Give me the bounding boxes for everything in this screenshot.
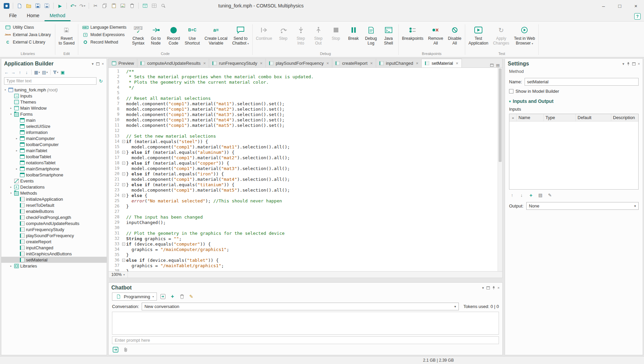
- ribbon-button-record-method[interactable]: Record Method: [80, 39, 129, 45]
- minimize-button[interactable]: –: [595, 0, 612, 11]
- close-tab-icon[interactable]: ×: [327, 61, 329, 66]
- column-header-default[interactable]: Default: [576, 114, 611, 121]
- load-from-table-icon[interactable]: ▤: [537, 192, 543, 198]
- tree-expander-icon[interactable]: ▸: [9, 107, 13, 110]
- fold-toggle-icon[interactable]: −: [121, 183, 126, 186]
- copy-button[interactable]: [100, 1, 109, 10]
- tree-item-inputchanged[interactable]: inputChanged: [1, 245, 107, 251]
- close-button[interactable]: ×: [628, 0, 644, 11]
- back-icon[interactable]: ←: [3, 69, 9, 76]
- tree-item-runfrequencystudy[interactable]: runFrequencyStudy: [1, 226, 107, 232]
- maximize-button[interactable]: □: [612, 0, 628, 11]
- ribbon-button-java-shell[interactable]: Java Shell: [380, 23, 397, 46]
- tree-item-tuning-fork-mph[interactable]: ▾tuning_fork.mph (root): [1, 87, 107, 93]
- tree-item-resettodefault[interactable]: resetToDefault: [1, 202, 107, 208]
- ribbon-button-revert-to-saved[interactable]: Revert to Saved: [57, 23, 77, 46]
- undo-button[interactable]: ↶▾: [69, 1, 78, 10]
- tree-item-maintablet[interactable]: ▸mainTablet: [1, 147, 107, 153]
- editor-tab-playsoundforfrequency[interactable]: playSoundForFrequency×: [266, 59, 332, 67]
- name-input[interactable]: [525, 78, 639, 86]
- panel-pin-icon[interactable]: [492, 286, 495, 290]
- tree-item-setmaterial[interactable]: setMaterial: [1, 257, 107, 263]
- ribbon-button-model-expressions[interactable]: ≡Model Expressions: [80, 32, 129, 38]
- tree-item-computeandupdateresults[interactable]: computeAndUpdateResults: [1, 220, 107, 226]
- tree-item-notationstablet[interactable]: notationsTablet: [1, 160, 107, 166]
- fold-toggle-icon[interactable]: −: [121, 172, 126, 175]
- new-button[interactable]: [15, 1, 24, 10]
- panel-collapse-icon[interactable]: ▾: [482, 286, 484, 290]
- open-button[interactable]: [24, 1, 33, 10]
- windows-button[interactable]: [150, 1, 159, 10]
- tree-expander-icon[interactable]: ▸: [15, 149, 19, 152]
- filter-input[interactable]: [4, 77, 96, 85]
- panel-float-icon[interactable]: [96, 62, 100, 65]
- editor-tab-createreport[interactable]: createReport×: [332, 59, 376, 67]
- tree-item-toolbartablet[interactable]: toolbarTablet: [1, 153, 107, 160]
- ribbon-button-check-syntax[interactable]: [ABC]✓Check Syntax: [130, 23, 147, 46]
- ribbon-tab-method[interactable]: Method: [45, 11, 71, 21]
- panel-pin-icon[interactable]: [627, 62, 630, 66]
- tree-item-checkfindpronglength[interactable]: checkFindProngLength: [1, 214, 107, 220]
- add-input-icon[interactable]: +: [528, 192, 534, 198]
- help-button[interactable]: ?: [634, 13, 641, 20]
- scrollbar-thumb[interactable]: [499, 68, 502, 162]
- delete-conversation-icon[interactable]: [178, 293, 185, 300]
- down-icon[interactable]: ↓: [24, 69, 30, 76]
- ribbon-button-create-local-variable[interactable]: a=Create Local Variable: [202, 23, 229, 46]
- editor-tab-computeandupdateresults[interactable]: computeAndUpdateResults×: [137, 59, 209, 67]
- close-tab-icon[interactable]: ×: [203, 61, 206, 66]
- preview-form-icon[interactable]: ▣: [60, 69, 66, 76]
- editor-tab-setmaterial[interactable]: setMaterial×: [422, 59, 461, 67]
- ribbon-button-continue[interactable]: Continue: [254, 23, 274, 41]
- ribbon-button-utility-class[interactable]: Utility Class: [3, 24, 53, 30]
- splitter[interactable]: [108, 278, 503, 282]
- ribbon-button-step[interactable]: Step: [275, 23, 292, 41]
- tree-item-enablebuttons[interactable]: enableButtons: [1, 208, 107, 214]
- ribbon-button-step-out[interactable]: Step Out: [310, 23, 327, 46]
- tree-expander-icon[interactable]: ▸: [9, 264, 13, 268]
- close-tab-icon[interactable]: ×: [370, 61, 373, 66]
- tree-item-information[interactable]: information: [1, 129, 107, 135]
- ribbon-button-use-shortcut[interactable]: B+CUse Shortcut: [183, 23, 202, 46]
- copy-image-button[interactable]: [118, 1, 127, 10]
- tree-item-playsoundforfrequency[interactable]: playSoundForFrequency: [1, 232, 107, 239]
- new-conversation-icon[interactable]: +: [169, 293, 176, 300]
- run-button[interactable]: ▶: [56, 1, 64, 10]
- panel-collapse-icon[interactable]: ▾: [622, 62, 624, 66]
- edit-input-icon[interactable]: ✎: [547, 192, 553, 198]
- save-as-button[interactable]: [43, 1, 51, 10]
- close-tab-icon[interactable]: ×: [260, 61, 263, 66]
- show-in-model-builder-checkbox[interactable]: [509, 89, 513, 93]
- refresh-icon[interactable]: ↻: [98, 78, 104, 84]
- tree-item-forms[interactable]: ▾Forms: [1, 111, 107, 117]
- fold-toggle-icon[interactable]: −: [121, 259, 126, 262]
- close-tab-icon[interactable]: ×: [416, 61, 419, 66]
- editor-tab-runfrequencystudy[interactable]: runFrequencyStudy×: [209, 59, 266, 67]
- tree-item-toolbarcomputer[interactable]: toolbarComputer: [1, 141, 107, 147]
- fold-toggle-icon[interactable]: −: [121, 151, 126, 154]
- clear-conversation-icon[interactable]: ✎: [188, 293, 195, 300]
- tree-item-themes[interactable]: Themes: [1, 99, 107, 105]
- ribbon-tab-home[interactable]: Home: [22, 11, 45, 21]
- move-up-icon[interactable]: ↑: [509, 192, 515, 198]
- forward-icon[interactable]: →: [10, 69, 16, 76]
- panel-close-icon[interactable]: ×: [498, 286, 500, 290]
- inputs-table-body[interactable]: [509, 121, 638, 189]
- tree-item-maincomputer[interactable]: ▸mainComputer: [1, 135, 107, 141]
- show-in-model-builder-row[interactable]: Show in Model Builder: [509, 86, 639, 95]
- ribbon-button-record-code[interactable]: Record Code: [165, 23, 182, 46]
- save-button[interactable]: [33, 1, 42, 10]
- editor-tab-preview[interactable]: Preview: [109, 59, 137, 67]
- tree-expander-icon[interactable]: ▸: [15, 137, 19, 140]
- chat-history[interactable]: [112, 312, 499, 335]
- tree-expander-icon[interactable]: ▾: [3, 88, 7, 91]
- up-icon[interactable]: ↑: [17, 69, 23, 76]
- tree-item-toolbarsmartphone[interactable]: toolbarSmartphone: [1, 172, 107, 178]
- chatbot-mode-select[interactable]: Programming ▾: [112, 292, 157, 301]
- fold-toggle-icon[interactable]: −: [121, 194, 126, 197]
- expand-columns-icon[interactable]: »: [509, 114, 517, 121]
- panel-close-icon[interactable]: ×: [102, 62, 104, 66]
- panel-collapse-icon[interactable]: ▾: [92, 62, 94, 66]
- view-grid-icon[interactable]: ▦▾: [33, 69, 40, 76]
- close-tab-icon[interactable]: ×: [456, 61, 458, 66]
